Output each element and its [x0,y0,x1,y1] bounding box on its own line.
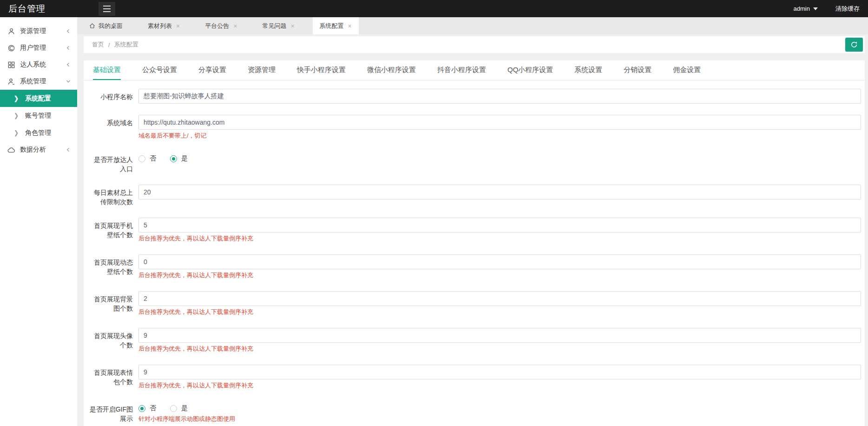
clear-cache-button[interactable]: 清除缓存 [835,5,860,13]
field-hint: 域名最后不要带上/，切记 [138,131,861,140]
field-label: 是否开放达人入口 [88,152,133,173]
form-row-live-wallpaper-count: 首页展现动态壁纸个数 后台推荐为优先，再以达人下载量倒序补充 [88,254,861,280]
chevron-left-icon [66,62,71,67]
radio-no[interactable] [138,155,145,162]
radio-no[interactable] [138,405,145,412]
miniprogram-name-input[interactable] [138,89,861,104]
radio-label[interactable]: 是 [181,404,188,413]
field-hint: 针对小程序端展示动图或静态图使用 [138,414,861,424]
breadcrumb-home[interactable]: 首页 [92,40,104,49]
chevron-down-icon [66,79,71,84]
field-label: 首页展现动态壁纸个数 [88,254,133,280]
avatar-count-input[interactable] [138,328,861,343]
settings-tab-share[interactable]: 分享设置 [198,60,226,80]
tab-label: 我的桌面 [99,22,123,30]
sidebar-subitem-role[interactable]: ❯ 角色管理 [0,124,77,141]
field-label: 首页展现背景图个数 [88,291,133,317]
refresh-button[interactable] [845,38,863,52]
radio-label[interactable]: 否 [150,404,156,413]
form-row-emoji-count: 首页展现表情包个数 后台推荐为优先，再以达人下载量倒序补充 [88,365,861,390]
form-row-daily-upload-limit: 每日素材总上传限制次数 [88,185,861,206]
sidebar-subitem-system-config[interactable]: ❯ 系统配置 [0,90,77,107]
settings-tab-official-account[interactable]: 公众号设置 [142,60,177,80]
cloud-icon [7,146,15,154]
sidebar-item-users[interactable]: 用户管理 [0,40,77,56]
sidebar: 资源管理 用户管理 达人系统 系统管理 ❯ [0,17,77,426]
sidebar-subitem-label: 账号管理 [25,112,51,120]
phone-wallpaper-count-input[interactable] [138,218,861,233]
settings-tab-basic[interactable]: 基础设置 [93,60,121,80]
tab-platform-notice[interactable]: 平台公告 × [198,17,244,34]
close-icon[interactable]: × [233,23,237,29]
sidebar-item-resource[interactable]: 资源管理 [0,23,77,40]
field-hint: 后台推荐为优先，再以达人下载量倒序补充 [138,307,861,317]
settings-tab-resource[interactable]: 资源管理 [248,60,276,80]
field-hint: 后台推荐为优先，再以达人下载量倒序补充 [138,381,861,390]
live-wallpaper-count-input[interactable] [138,254,861,269]
app-title: 后台管理 [0,3,77,15]
breadcrumb: 首页 / 系统配置 [92,40,138,49]
sidebar-item-analytics[interactable]: 数据分析 [0,141,77,158]
admin-user-icon [7,78,15,86]
emoji-count-input[interactable] [138,365,861,379]
settings-tab-system[interactable]: 系统设置 [574,60,602,80]
topbar: 后台管理 admin 清除缓存 [0,0,868,17]
sidebar-item-talent[interactable]: 达人系统 [0,56,77,73]
chevron-left-icon [66,29,71,33]
tab-material-list[interactable]: 素材列表 × [141,17,187,34]
form-row-system-domain: 系统域名 域名最后不要带上/，切记 [88,115,861,140]
settings-tab-qq[interactable]: QQ小程序设置 [507,60,553,80]
field-hint: 后台推荐为优先，再以达人下载量倒序补充 [138,234,861,243]
background-count-input[interactable] [138,291,861,306]
system-domain-input[interactable] [138,115,861,130]
breadcrumb-separator: / [108,41,110,48]
settings-tab-wechat[interactable]: 微信小程序设置 [367,60,416,80]
field-label: 首页展现表情包个数 [88,365,133,390]
tab-my-desktop[interactable]: 我的桌面 [82,17,130,34]
field-label: 系统域名 [88,115,133,140]
radio-yes[interactable] [170,155,177,162]
grid-icon [7,61,15,69]
tab-system-config[interactable]: 系统配置 × [313,17,359,34]
radio-group-gif-display: 否 是 [138,404,861,413]
home-icon [89,22,96,29]
form-row-gif-display: 是否开启GIF图展示 否 是 针对小程序端展示动图或静态图使用 [88,401,861,424]
content-area: 我的桌面 素材列表 × 平台公告 × 常见问题 × 系统配置 × 首页 [77,17,868,426]
sidebar-item-label: 资源管理 [20,27,66,35]
tab-label: 平台公告 [205,22,229,30]
close-icon[interactable]: × [348,23,352,29]
globe-icon [7,44,15,52]
form-row-miniprogram-name: 小程序名称 [88,89,861,104]
settings-tab-douyin[interactable]: 抖音小程序设置 [437,60,486,80]
tab-label: 常见问题 [262,22,286,30]
radio-yes[interactable] [170,405,177,412]
close-icon[interactable]: × [176,23,180,29]
chevron-left-icon [66,46,71,50]
topbar-right: admin 清除缓存 [794,5,868,13]
user-menu[interactable]: admin [794,5,818,12]
settings-tab-distribution[interactable]: 分销设置 [624,60,651,80]
radio-label[interactable]: 否 [150,154,156,163]
sidebar-subitem-account[interactable]: ❯ 账号管理 [0,107,77,124]
breadcrumb-bar: 首页 / 系统配置 [84,36,865,53]
sidebar-item-label: 数据分析 [20,146,66,154]
sidebar-item-label: 用户管理 [20,44,66,52]
settings-panel: 基础设置 公众号设置 分享设置 资源管理 快手小程序设置 微信小程序设置 抖音小… [84,60,865,426]
sidebar-subitem-label: 系统配置 [25,94,51,103]
hamburger-icon[interactable] [99,2,115,16]
field-label: 首页展现头像个数 [88,328,133,353]
tab-label: 素材列表 [148,22,172,30]
field-label: 首页展现手机壁纸个数 [88,218,133,243]
sidebar-item-system[interactable]: 系统管理 [0,73,77,90]
tab-faq[interactable]: 常见问题 × [255,17,301,34]
settings-tab-commission[interactable]: 佣金设置 [673,60,701,80]
daily-upload-limit-input[interactable] [138,185,861,200]
sidebar-item-label: 系统管理 [20,77,66,86]
settings-tabbar: 基础设置 公众号设置 分享设置 资源管理 快手小程序设置 微信小程序设置 抖音小… [84,60,865,80]
arrow-right-icon: ❯ [14,129,19,136]
sidebar-subitem-label: 角色管理 [25,129,51,137]
close-icon[interactable]: × [290,23,294,29]
settings-tab-kuaishou[interactable]: 快手小程序设置 [297,60,346,80]
settings-form: 小程序名称 系统域名 域名最后不要带上/，切记 是否开放达人入口 [84,80,865,426]
radio-label[interactable]: 是 [181,154,188,163]
